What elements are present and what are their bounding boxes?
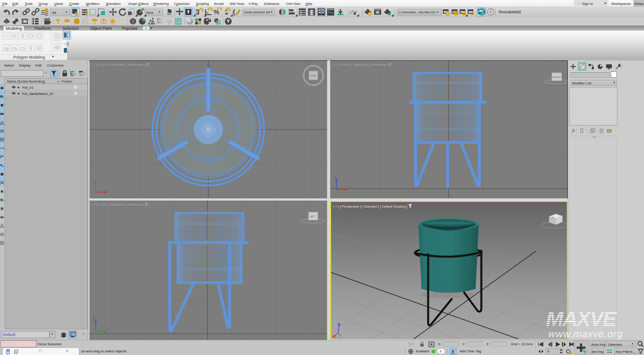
svg-text:LEFT: LEFT [310, 215, 315, 218]
svg-text:x: x [348, 186, 349, 189]
svg-text:y: y [94, 178, 95, 181]
svg-text:{: { [233, 8, 235, 16]
svg-text:FRONT: FRONT [553, 76, 560, 79]
svg-text:x: x [107, 189, 109, 191]
svg-text:[ + ] [ Left ] [ Standard ] [: [ + ] [ Left ] [ Standard ] [ Wireframe … [92, 203, 146, 207]
svg-text:%: % [214, 8, 219, 16]
svg-text:z: z [94, 317, 95, 320]
svg-text:[ + ] [ Top ] [ Standard ] [ W: [ + ] [ Top ] [ Standard ] [ Wireframe ] [92, 63, 145, 67]
svg-text:z: z [334, 176, 336, 178]
svg-text:3: 3 [195, 8, 199, 16]
svg-text:x: x [107, 327, 109, 330]
svg-text:?: ? [67, 50, 69, 54]
svg-text:[ + ] [ Front ] [ Standard ] [: [ + ] [ Front ] [ Standard ] [ Wireframe… [332, 63, 389, 67]
svg-text:TOP: TOP [311, 75, 316, 77]
